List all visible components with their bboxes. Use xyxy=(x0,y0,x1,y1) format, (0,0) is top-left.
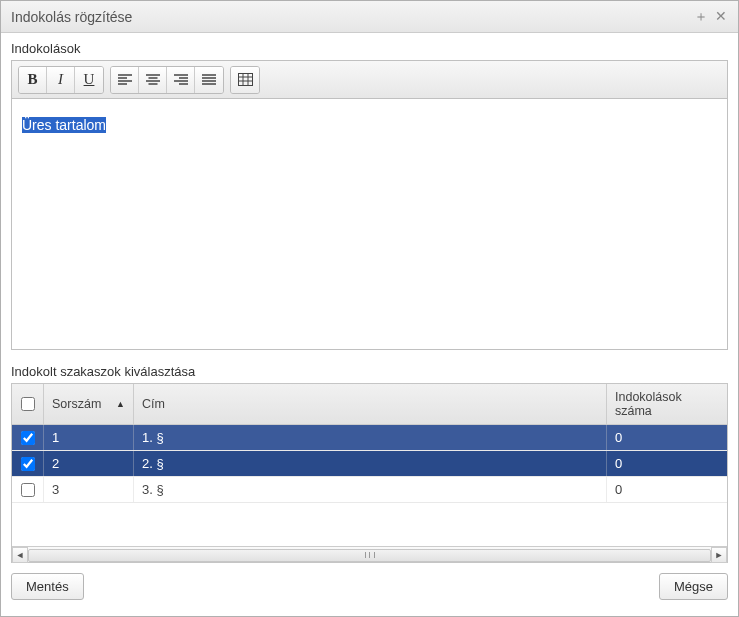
sections-table: Sorszám ▲ Cím Indokolások száma 11. §022… xyxy=(11,383,728,563)
header-cim[interactable]: Cím xyxy=(134,384,607,424)
row-checkbox[interactable] xyxy=(21,431,35,445)
row-checkbox[interactable] xyxy=(21,483,35,497)
toolbar-group-font-style: B I U xyxy=(18,66,104,94)
align-right-button[interactable] xyxy=(167,67,195,93)
row-count: 0 xyxy=(607,477,727,502)
insert-table-button[interactable] xyxy=(231,67,259,93)
table-header: Sorszám ▲ Cím Indokolások száma xyxy=(12,384,727,425)
table-body: 11. §022. §033. §0 xyxy=(12,425,727,546)
table-row[interactable]: 11. §0 xyxy=(12,425,727,451)
row-checkbox[interactable] xyxy=(21,457,35,471)
row-sorszam: 2 xyxy=(44,451,134,476)
titlebar: Indokolás rögzítése ＋ ✕ xyxy=(1,1,738,33)
row-cim: 3. § xyxy=(134,477,607,502)
save-button[interactable]: Mentés xyxy=(11,573,84,600)
table-row[interactable]: 33. §0 xyxy=(12,477,727,503)
align-justify-button[interactable] xyxy=(195,67,223,93)
scroll-thumb[interactable] xyxy=(28,549,711,562)
row-checkbox-cell xyxy=(12,477,44,502)
row-cim: 1. § xyxy=(134,425,607,450)
scroll-left-icon[interactable]: ◄ xyxy=(12,547,28,563)
row-cim: 2. § xyxy=(134,451,607,476)
dialog-window: Indokolás rögzítése ＋ ✕ Indokolások B I … xyxy=(0,0,739,617)
header-checkbox-cell xyxy=(12,384,44,424)
select-all-checkbox[interactable] xyxy=(21,397,35,411)
editor-label: Indokolások xyxy=(11,41,728,56)
dialog-footer: Mentés Mégse xyxy=(11,573,728,600)
header-sorszam-label: Sorszám xyxy=(52,397,101,411)
editor-content: Üres tartalom xyxy=(22,117,106,133)
row-checkbox-cell xyxy=(12,425,44,450)
window-title: Indokolás rögzítése xyxy=(11,9,132,25)
sections-label: Indokolt szakaszok kiválasztása xyxy=(11,364,728,379)
cancel-button[interactable]: Mégse xyxy=(659,573,728,600)
toolbar-group-align xyxy=(110,66,224,94)
bold-button[interactable]: B xyxy=(19,67,47,93)
toolbar-group-table xyxy=(230,66,260,94)
header-count-label: Indokolások száma xyxy=(615,390,719,418)
row-checkbox-cell xyxy=(12,451,44,476)
maximize-icon[interactable]: ＋ xyxy=(692,8,710,26)
align-center-button[interactable] xyxy=(139,67,167,93)
svg-rect-16 xyxy=(238,74,252,86)
dialog-content: Indokolások B I U xyxy=(1,33,738,616)
scroll-track[interactable] xyxy=(28,547,711,563)
underline-button[interactable]: U xyxy=(75,67,103,93)
align-left-button[interactable] xyxy=(111,67,139,93)
row-sorszam: 3 xyxy=(44,477,134,502)
table-row[interactable]: 22. §0 xyxy=(12,451,727,477)
horizontal-scrollbar[interactable]: ◄ ► xyxy=(12,546,727,562)
sort-asc-icon: ▲ xyxy=(116,399,125,409)
rich-text-editor: B I U xyxy=(11,60,728,350)
italic-button[interactable]: I xyxy=(47,67,75,93)
row-count: 0 xyxy=(607,425,727,450)
editor-toolbar: B I U xyxy=(12,61,727,99)
header-sorszam[interactable]: Sorszám ▲ xyxy=(44,384,134,424)
row-sorszam: 1 xyxy=(44,425,134,450)
close-icon[interactable]: ✕ xyxy=(712,8,730,26)
header-count[interactable]: Indokolások száma xyxy=(607,384,727,424)
editor-textarea[interactable]: Üres tartalom xyxy=(12,99,727,349)
row-count: 0 xyxy=(607,451,727,476)
header-cim-label: Cím xyxy=(142,397,165,411)
scroll-right-icon[interactable]: ► xyxy=(711,547,727,563)
